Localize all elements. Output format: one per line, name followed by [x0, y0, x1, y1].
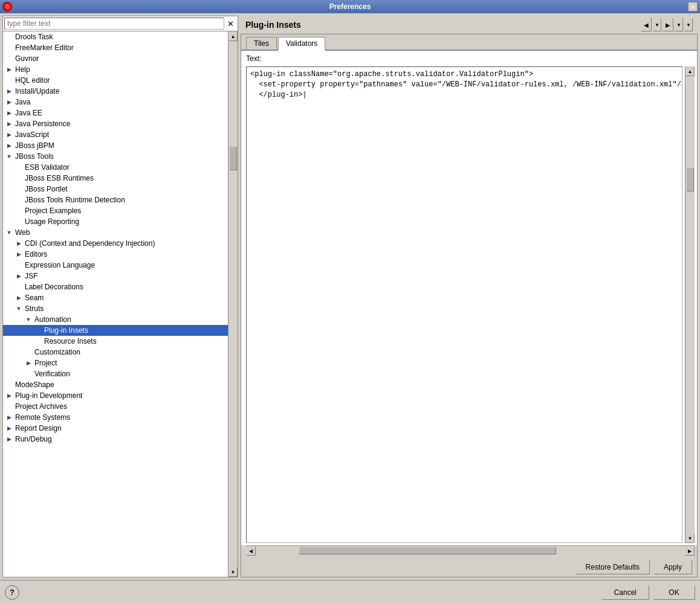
- nav-fwd-dropdown[interactable]: ▼: [675, 18, 683, 31]
- tree-item-usage-reporting[interactable]: Usage Reporting: [3, 216, 228, 227]
- tree-toggle-java-ee[interactable]: ▶: [4, 110, 14, 116]
- tree-item-install-update[interactable]: ▶Install/Update: [3, 86, 228, 97]
- hscroll-track: [256, 546, 685, 555]
- tree-toggle-struts[interactable]: ▼: [14, 306, 24, 312]
- tree-toggle-java[interactable]: ▶: [4, 99, 14, 105]
- tree-item-project[interactable]: ▶Project: [3, 358, 228, 368]
- scroll-down-btn[interactable]: ▼: [228, 567, 238, 577]
- tree-label-hql-editor: HQL editor: [14, 76, 228, 85]
- tree-item-help[interactable]: ▶Help: [3, 64, 228, 75]
- tree-toggle-remote-systems[interactable]: ▶: [4, 414, 14, 420]
- tree-item-plugin-insets[interactable]: Plug-in Insets: [3, 325, 228, 336]
- tree-label-web: Web: [14, 228, 228, 237]
- right-panel: Plug-in Insets ◀ ▼ ▶ ▼ ▼: [241, 16, 698, 577]
- tab-tiles[interactable]: Tiles: [246, 37, 277, 50]
- tree-toggle-web[interactable]: ▼: [4, 230, 14, 236]
- tree-item-expression-language[interactable]: Expression Language: [3, 260, 228, 271]
- tree-item-label-decorations[interactable]: Label Decorations: [3, 281, 228, 292]
- tree-item-hql-editor[interactable]: HQL editor: [3, 75, 228, 86]
- content-buttons-row: Restore Defaults Apply: [241, 557, 697, 577]
- tree-toggle-seam[interactable]: ▶: [14, 295, 24, 301]
- help-button[interactable]: ?: [5, 585, 19, 600]
- tree-item-freemarker-editor[interactable]: FreeMarker Editor: [3, 42, 228, 53]
- hscroll-right-btn[interactable]: ▶: [685, 546, 695, 556]
- tree-toggle-report-design[interactable]: ▶: [4, 425, 14, 431]
- app-icon: 🔴: [2, 2, 12, 11]
- tree-item-esb-validator[interactable]: ESB Validator: [3, 162, 228, 173]
- tree-toggle-plugin-development[interactable]: ▶: [4, 393, 14, 399]
- search-input[interactable]: [4, 18, 224, 30]
- tree-item-report-design[interactable]: ▶Report Design: [3, 423, 228, 434]
- nav-forward-button[interactable]: ▶: [663, 18, 673, 31]
- tree-scroll[interactable]: Drools TaskFreeMarker EditorGuvnor▶HelpH…: [3, 31, 228, 577]
- tree-item-run-debug[interactable]: ▶Run/Debug: [3, 434, 228, 445]
- apply-button[interactable]: Apply: [653, 560, 692, 574]
- tree-item-struts[interactable]: ▼Struts: [3, 303, 228, 314]
- content-panel: TilesValidators Text: ▲ ▼ ◀: [241, 34, 698, 577]
- tree-toggle-help[interactable]: ▶: [4, 66, 14, 72]
- tree-toggle-jboss-jbpm[interactable]: ▶: [4, 143, 14, 149]
- tree-item-guvnor[interactable]: Guvnor: [3, 53, 228, 64]
- cancel-button[interactable]: Cancel: [601, 585, 649, 600]
- bottom-buttons: Cancel OK: [601, 585, 695, 600]
- text-scroll-up-btn[interactable]: ▲: [685, 66, 695, 76]
- tree-item-java-persistence[interactable]: ▶Java Persistence: [3, 118, 228, 129]
- text-content-area-input[interactable]: [246, 66, 682, 543]
- hscroll-left-btn[interactable]: ◀: [246, 546, 256, 556]
- tree-item-customization[interactable]: Customization: [3, 347, 228, 358]
- tree-item-javascript[interactable]: ▶JavaScript: [3, 129, 228, 140]
- tree-toggle-install-update[interactable]: ▶: [4, 88, 14, 94]
- tree-item-verification[interactable]: Verification: [3, 368, 228, 379]
- hscroll-thumb[interactable]: [299, 547, 556, 554]
- restore-defaults-button[interactable]: Restore Defaults: [575, 560, 650, 574]
- tree-scrollbar: ▲ ▼: [228, 31, 238, 577]
- tree-toggle-java-persistence[interactable]: ▶: [4, 121, 14, 127]
- tree-item-resource-insets[interactable]: Resource Insets: [3, 336, 228, 347]
- tree-item-modeshape[interactable]: ModeShape: [3, 379, 228, 390]
- tab-bar: TilesValidators: [241, 34, 697, 51]
- tree-item-web[interactable]: ▼Web: [3, 227, 228, 238]
- tree-item-seam[interactable]: ▶Seam: [3, 292, 228, 303]
- tree-toggle-jsf[interactable]: ▶: [14, 273, 24, 279]
- tree-item-jboss-tools[interactable]: ▼JBoss Tools: [3, 151, 228, 162]
- ok-button[interactable]: OK: [653, 585, 695, 600]
- tree-item-jsf[interactable]: ▶JSF: [3, 271, 228, 281]
- tree-toggle-editors[interactable]: ▶: [14, 251, 24, 257]
- tree-label-project-archives: Project Archives: [14, 402, 228, 411]
- tree-item-automation[interactable]: ▼Automation: [3, 314, 228, 325]
- scroll-thumb[interactable]: [229, 146, 237, 170]
- tree-item-editors[interactable]: ▶Editors: [3, 249, 228, 260]
- tree-label-verification: Verification: [33, 369, 228, 379]
- tree-toggle-cdi[interactable]: ▶: [14, 240, 24, 246]
- close-button[interactable]: ✕: [688, 2, 698, 11]
- tree-toggle-javascript[interactable]: ▶: [4, 132, 14, 138]
- tree-label-jboss-tools: JBoss Tools: [14, 152, 228, 161]
- scroll-up-btn[interactable]: ▲: [228, 31, 238, 41]
- tree-item-java-ee[interactable]: ▶Java EE: [3, 108, 228, 118]
- tree-item-jboss-esb-runtimes[interactable]: JBoss ESB Runtimes: [3, 173, 228, 184]
- tree-item-project-archives[interactable]: Project Archives: [3, 401, 228, 412]
- nav-back-button[interactable]: ◀: [641, 18, 652, 31]
- tree-item-project-examples[interactable]: Project Examples: [3, 205, 228, 216]
- tree-item-remote-systems[interactable]: ▶Remote Systems: [3, 412, 228, 423]
- tree-item-jboss-portlet[interactable]: JBoss Portlet: [3, 184, 228, 194]
- tab-validators[interactable]: Validators: [278, 37, 325, 51]
- tree-item-cdi[interactable]: ▶CDI (Context and Dependency Injection): [3, 238, 228, 249]
- tree-item-jboss-tools-runtime[interactable]: JBoss Tools Runtime Detection: [3, 194, 228, 205]
- text-scroll-down-btn[interactable]: ▼: [685, 533, 695, 543]
- dialog-bottom: ? Cancel OK: [0, 580, 700, 604]
- tree-item-drools-task[interactable]: Drools Task: [3, 31, 228, 42]
- tree-item-java[interactable]: ▶Java: [3, 97, 228, 108]
- dialog-content: ✕ Drools TaskFreeMarker EditorGuvnor▶Hel…: [0, 13, 700, 580]
- tree-toggle-automation[interactable]: ▼: [24, 316, 33, 323]
- tree-toggle-jboss-tools[interactable]: ▼: [4, 153, 14, 159]
- tree-item-plugin-development[interactable]: ▶Plug-in Development: [3, 390, 228, 401]
- text-scroll-thumb[interactable]: [686, 167, 694, 191]
- search-clear-button[interactable]: ✕: [224, 18, 236, 30]
- nav-menu-dropdown[interactable]: ▼: [684, 18, 693, 31]
- nav-back-dropdown[interactable]: ▼: [653, 18, 661, 31]
- tree-item-jboss-jbpm[interactable]: ▶JBoss jBPM: [3, 140, 228, 151]
- tree-toggle-project[interactable]: ▶: [24, 360, 33, 366]
- menu-dropdown-icon: ▼: [686, 22, 691, 28]
- tree-toggle-run-debug[interactable]: ▶: [4, 436, 14, 442]
